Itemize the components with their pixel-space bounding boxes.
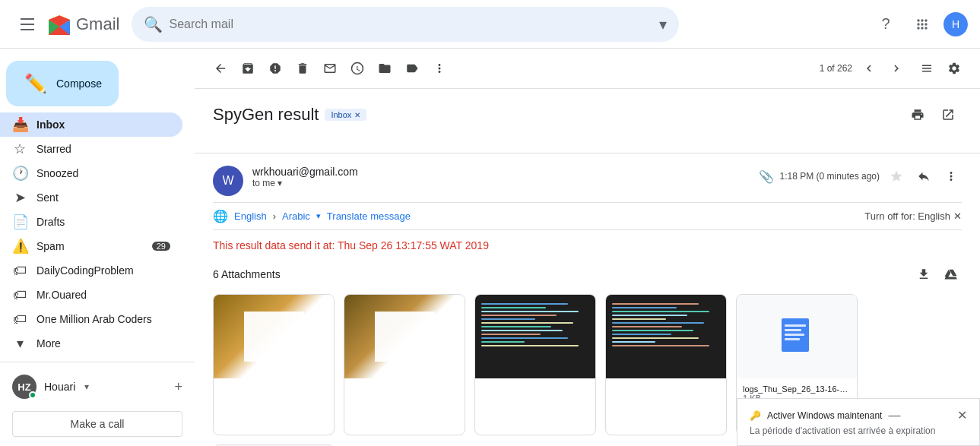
next-page-button[interactable]: [886, 58, 907, 79]
sidebar-item-onemillion[interactable]: 🏷 One Million Arab Coders: [0, 307, 182, 331]
inbox-tag-label: Inbox: [331, 110, 351, 119]
email-header: SpyGen result Inbox ✕: [195, 89, 980, 153]
sidebar-item-mrouared[interactable]: 🏷 Mr.Ouared: [0, 283, 182, 307]
compose-label: Compose: [56, 77, 102, 90]
save-to-drive-button[interactable]: [940, 264, 962, 285]
doc-file-icon-1: [782, 318, 812, 355]
email-meta-right: 📎 1:18 PM (0 minutes ago): [759, 166, 962, 187]
translate-from-lang[interactable]: English: [234, 210, 267, 222]
email-header-actions: [904, 101, 962, 128]
inbox-icon: 📥: [12, 116, 27, 133]
attachment-icon: 📎: [759, 169, 774, 184]
view-options-button[interactable]: [913, 55, 940, 82]
sidebar-item-dailycoding[interactable]: 🏷 DailyCodingProblem: [0, 258, 182, 283]
help-button[interactable]: ?: [871, 9, 901, 40]
subject-row: SpyGen result Inbox ✕: [213, 101, 962, 128]
attachment-thumb-1: [214, 295, 334, 378]
inbox-tag-close[interactable]: ✕: [354, 111, 360, 119]
sidebar-label-spam: Spam: [36, 240, 143, 252]
add-account-icon[interactable]: +: [174, 379, 182, 395]
snooze-button[interactable]: [344, 55, 371, 82]
sidebar-item-starred[interactable]: ☆ Starred: [0, 137, 182, 161]
label-icon-2: 🏷: [12, 287, 27, 303]
turn-off-translate-button[interactable]: Turn off for: English ✕: [864, 210, 962, 222]
sidebar-item-inbox[interactable]: 📥 Inbox: [0, 112, 182, 137]
make-call-button[interactable]: Make a call: [12, 411, 182, 437]
attachment-thumb-3: [475, 295, 595, 378]
translate-dropdown-icon[interactable]: ▾: [316, 211, 321, 221]
report-spam-button[interactable]: [262, 55, 289, 82]
win-notice-close-button[interactable]: ✕: [957, 408, 967, 422]
settings-button[interactable]: [940, 55, 968, 82]
archive-button[interactable]: [234, 55, 262, 82]
translate-bar: 🌐 English › Arabic ▾ Translate message T…: [213, 202, 962, 230]
hamburger-menu[interactable]: [12, 9, 43, 40]
star-button[interactable]: [886, 166, 907, 187]
compose-button[interactable]: ✏️ Compose: [6, 61, 119, 106]
attachment-screenshot-2[interactable]: [605, 294, 727, 435]
search-icon: 🔍: [144, 15, 163, 33]
gmail-logo: Gmail: [46, 14, 119, 35]
search-dropdown-icon[interactable]: ▾: [659, 15, 667, 33]
attachment-photo-2[interactable]: [344, 294, 465, 435]
account-dropdown-icon[interactable]: ▾: [84, 381, 89, 392]
move-button[interactable]: [371, 55, 398, 82]
back-button[interactable]: [207, 55, 234, 82]
sidebar-label-sent: Sent: [36, 191, 170, 204]
sender-avatar: W: [213, 166, 243, 196]
win-notice-header: 🔑 Activer Windows maintenant — ✕: [750, 408, 967, 422]
sidebar-label-dailycoding: DailyCodingProblem: [36, 264, 170, 277]
sidebar-label-inbox: Inbox: [36, 119, 170, 131]
more-email-button[interactable]: [940, 166, 962, 187]
apps-button[interactable]: [907, 9, 937, 40]
pagination-text: 1 of 262: [820, 63, 852, 74]
sender-email: wrkhouari@gmail.com: [252, 166, 759, 178]
sidebar-item-sent[interactable]: ➤ Sent: [0, 185, 182, 210]
reply-button[interactable]: [913, 166, 934, 187]
user-avatar: HZ: [12, 375, 36, 399]
windows-activation-notice: 🔑 Activer Windows maintenant — ✕ La péri…: [737, 398, 980, 446]
email-body-text: This result data send it at: Thu Sep 26 …: [213, 239, 962, 251]
sidebar-footer: HZ Houari ▾ + Make a call: [0, 362, 195, 437]
attachment-photo-1[interactable]: [213, 294, 335, 435]
account-row: HZ Houari ▾ +: [0, 369, 195, 405]
svg-rect-3: [785, 334, 804, 336]
open-new-window-button[interactable]: [934, 101, 962, 128]
sidebar-item-snoozed[interactable]: 🕐 Snoozed: [0, 161, 182, 185]
sidebar-more-label: More: [36, 337, 170, 350]
search-input[interactable]: [169, 17, 659, 31]
attachment-screenshot-1[interactable]: [474, 294, 596, 435]
drafts-icon: 📄: [12, 214, 27, 230]
win-notice-text: La période d'activation est arrivée à ex…: [750, 425, 967, 436]
sidebar-label-snoozed: Snoozed: [36, 167, 170, 179]
sidebar-item-drafts[interactable]: 📄 Drafts: [0, 210, 182, 234]
sidebar-item-more[interactable]: ▾ More: [0, 331, 182, 356]
account-avatar[interactable]: H: [944, 12, 968, 36]
turn-off-close-icon: ✕: [953, 210, 962, 222]
gmail-m-icon: [46, 14, 73, 35]
translate-message-link[interactable]: Translate message: [327, 210, 411, 222]
translate-to-lang[interactable]: Arabic: [282, 210, 310, 222]
make-call-label: Make a call: [71, 418, 125, 430]
account-name: Houari: [44, 381, 75, 393]
star-icon: ☆: [12, 141, 27, 157]
inbox-tag[interactable]: Inbox ✕: [325, 109, 366, 121]
sidebar-label-starred: Starred: [36, 143, 170, 155]
attachment-thumb-4: [606, 295, 726, 378]
to-dropdown-icon[interactable]: ▾: [278, 178, 282, 188]
sidebar: ✏️ Compose 📥 Inbox ☆ Starred 🕐 Snoozed ➤…: [0, 49, 195, 446]
apps-icon: [915, 17, 930, 32]
more-actions-button[interactable]: [426, 55, 453, 82]
sidebar-item-spam[interactable]: ⚠️ Spam 29: [0, 234, 182, 258]
print-button[interactable]: [904, 101, 931, 128]
label-button[interactable]: [398, 55, 426, 82]
win-notice-minimize-button[interactable]: —: [888, 409, 900, 422]
prev-page-button[interactable]: [858, 58, 880, 79]
delete-button[interactable]: [289, 55, 316, 82]
top-bar-right: ? H: [871, 9, 968, 40]
doc-name-1: logs_Thu_Sep_26_13-16-45_WAT_2019.txt: [743, 384, 849, 394]
send-icon: ➤: [12, 189, 27, 206]
mark-unread-button[interactable]: [316, 55, 344, 82]
sender-to: to me ▾: [252, 178, 759, 188]
download-all-button[interactable]: [913, 264, 934, 285]
